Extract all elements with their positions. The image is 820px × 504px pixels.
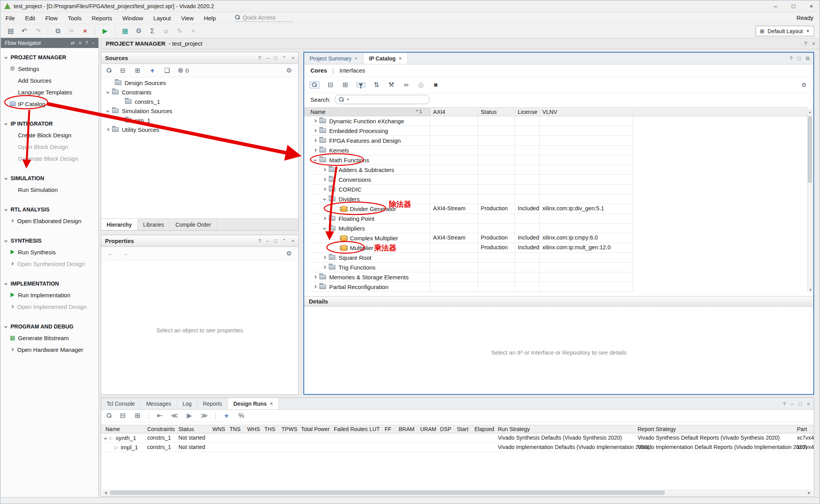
percent-icon[interactable]: % bbox=[237, 412, 245, 420]
column-divider[interactable] bbox=[633, 107, 633, 292]
view-interfaces[interactable]: Interfaces bbox=[339, 67, 365, 74]
source-tree-item-sim-1[interactable]: sim_1 bbox=[117, 115, 150, 125]
clear-icon[interactable]: × bbox=[189, 27, 197, 35]
minimize-icon[interactable]: – bbox=[266, 55, 269, 61]
design-run-row-synth-1[interactable]: ▷synth_1constrs_1Not startedVivado Synth… bbox=[101, 433, 812, 443]
column-header-tpws[interactable]: TPWS bbox=[282, 426, 297, 432]
tab-compile-order[interactable]: Compile Order bbox=[170, 219, 217, 230]
copy-icon[interactable]: ⧉ bbox=[54, 27, 62, 35]
chevron-down-icon[interactable] bbox=[104, 436, 107, 439]
run-icon[interactable]: ▶ bbox=[101, 27, 109, 35]
flownav-section-header-implementation[interactable]: IMPLEMENTATION bbox=[1, 278, 98, 289]
chevron-right-icon[interactable] bbox=[314, 149, 317, 152]
expand-all-icon[interactable]: ⊞ bbox=[134, 412, 141, 420]
quick-access-search[interactable]: Quick Access bbox=[235, 14, 294, 22]
column-header-name[interactable]: Name bbox=[105, 426, 120, 432]
menu-view[interactable]: View bbox=[176, 13, 199, 23]
settings-icon[interactable]: ⚙ bbox=[135, 27, 143, 35]
delete-icon[interactable]: × bbox=[81, 27, 89, 35]
menu-flow[interactable]: Flow bbox=[40, 13, 63, 23]
tab-libraries[interactable]: Libraries bbox=[138, 219, 170, 230]
horizontal-scrollbar[interactable]: ◀ ▶ bbox=[103, 490, 812, 495]
scroll-left-icon[interactable]: ◀ bbox=[104, 491, 107, 495]
column-header-report-strategy[interactable]: Report Strategy bbox=[638, 426, 676, 432]
flownav-item-run-simulation[interactable]: Run Simulation bbox=[1, 184, 98, 195]
column-header-part[interactable]: Part bbox=[797, 426, 807, 432]
column-header-uram[interactable]: URAM bbox=[420, 426, 436, 432]
close-icon[interactable]: × bbox=[270, 401, 273, 406]
ip-row-dynamic-function-exchange[interactable]: Dynamic Function eXchange bbox=[309, 116, 633, 126]
collapse-all-icon[interactable]: ⊟ bbox=[326, 81, 334, 89]
maximize-button[interactable]: □ bbox=[784, 0, 802, 12]
ip-row-fpga-features-and-design[interactable]: FPGA Features and Design bbox=[309, 136, 633, 146]
scroll-right-icon[interactable]: ▶ bbox=[808, 491, 811, 495]
menu-layout[interactable]: Layout bbox=[148, 13, 176, 23]
column-header-ff[interactable]: FF bbox=[385, 426, 391, 432]
maximize-icon[interactable]: ⌃ bbox=[282, 55, 287, 61]
ip-row-complex-multiplier[interactable]: Complex MultiplierAXI4-StreamProductionI… bbox=[309, 233, 633, 243]
help-icon[interactable]: ? bbox=[258, 238, 261, 244]
float-icon[interactable]: □ bbox=[798, 55, 801, 62]
source-tree-item-constrs-1[interactable]: constrs_1 bbox=[117, 97, 160, 106]
help-icon[interactable]: ? bbox=[804, 41, 807, 47]
tab-reports[interactable]: Reports bbox=[198, 398, 228, 409]
help-icon[interactable]: ? bbox=[86, 40, 88, 46]
collapse-icon[interactable]: – bbox=[92, 40, 94, 46]
close-button[interactable]: × bbox=[802, 0, 820, 12]
maximize-icon[interactable]: ⌃ bbox=[282, 238, 287, 244]
file-icon[interactable]: ❏ bbox=[163, 67, 171, 74]
ip-row-partial-reconfiguration[interactable]: Partial Reconfiguration bbox=[309, 282, 633, 292]
float-icon[interactable]: □ bbox=[274, 55, 277, 61]
chevron-right-icon[interactable] bbox=[323, 266, 326, 269]
flownav-item-create-block-design[interactable]: Create Block Design bbox=[1, 129, 98, 141]
view-cores[interactable]: Cores bbox=[310, 67, 327, 74]
save-icon[interactable]: ▤ bbox=[7, 27, 14, 35]
column-header-total-power[interactable]: Total Power bbox=[301, 426, 330, 432]
ip-search-input[interactable]: ▼ bbox=[335, 95, 430, 104]
flownav-item-add-sources[interactable]: Add Sources bbox=[1, 75, 98, 86]
gear-icon[interactable]: ⚙ bbox=[800, 82, 808, 89]
column-header-whs[interactable]: WHS bbox=[247, 426, 260, 432]
ip-row-divider-generator[interactable]: Divider GeneratorAXI4-StreamProductionIn… bbox=[309, 204, 633, 214]
search-icon[interactable] bbox=[107, 68, 112, 73]
expand-all-icon[interactable]: ⊞ bbox=[134, 67, 141, 74]
redo-icon[interactable]: ↷ bbox=[34, 27, 42, 35]
tab-design-runs[interactable]: Design Runs× bbox=[228, 398, 279, 409]
close-icon[interactable]: × bbox=[291, 238, 294, 244]
scrollbar-thumb[interactable] bbox=[808, 116, 812, 183]
stop-icon[interactable]: ■ bbox=[432, 81, 440, 89]
step-back-icon[interactable]: ⇤ bbox=[156, 412, 164, 420]
chevron-right-icon[interactable] bbox=[323, 168, 326, 171]
column-header-lut[interactable]: LUT bbox=[369, 426, 380, 432]
ip-row-multipliers[interactable]: Multipliers bbox=[309, 224, 633, 233]
maximize-icon[interactable]: ⧉ bbox=[806, 55, 809, 62]
flownav-item-open-elaborated-design[interactable]: Open Elaborated Design bbox=[1, 215, 98, 227]
chevron-down-icon[interactable] bbox=[106, 91, 109, 94]
menu-window[interactable]: Window bbox=[117, 13, 148, 23]
column-header-tns[interactable]: TNS bbox=[230, 426, 241, 432]
filter-button[interactable] bbox=[356, 82, 365, 87]
flownav-section-header-synthesis[interactable]: SYNTHESIS bbox=[1, 235, 98, 246]
column-header-failed-routes[interactable]: Failed Routes bbox=[334, 426, 367, 432]
source-tree-item-design-sources[interactable]: Design Sources bbox=[107, 78, 166, 87]
close-icon[interactable]: × bbox=[807, 401, 810, 407]
scrollbar-thumb[interactable] bbox=[110, 491, 665, 495]
fast-forward-icon[interactable]: ≫ bbox=[200, 412, 208, 420]
flownav-item-open-hardware-manager[interactable]: Open Hardware Manager bbox=[1, 344, 98, 355]
flownav-item-language-templates[interactable]: Language Templates bbox=[1, 86, 98, 98]
flownav-section-header-ip-integrator[interactable]: IP INTEGRATOR bbox=[1, 118, 98, 129]
tools-icon[interactable]: ⚒ bbox=[387, 81, 395, 89]
forward-icon[interactable]: → bbox=[121, 250, 129, 257]
vertical-scrollbar[interactable]: ▲▼ bbox=[807, 110, 813, 292]
create-run-icon[interactable]: + bbox=[223, 412, 230, 420]
chevron-right-icon[interactable] bbox=[323, 188, 326, 191]
ip-row-embedded-processing[interactable]: Embedded Processing bbox=[309, 126, 633, 136]
column-header-constraints[interactable]: Constraints bbox=[147, 426, 175, 432]
flownav-item-run-synthesis[interactable]: Run Synthesis bbox=[1, 246, 98, 258]
help-icon[interactable]: ? bbox=[783, 401, 786, 407]
sigma-icon[interactable]: Σ bbox=[148, 27, 156, 35]
close-icon[interactable]: × bbox=[291, 55, 294, 61]
chevron-right-icon[interactable] bbox=[314, 139, 317, 142]
flownav-section-header-rtl-analysis[interactable]: RTL ANALYSIS bbox=[1, 204, 98, 215]
close-icon[interactable]: × bbox=[812, 41, 815, 47]
